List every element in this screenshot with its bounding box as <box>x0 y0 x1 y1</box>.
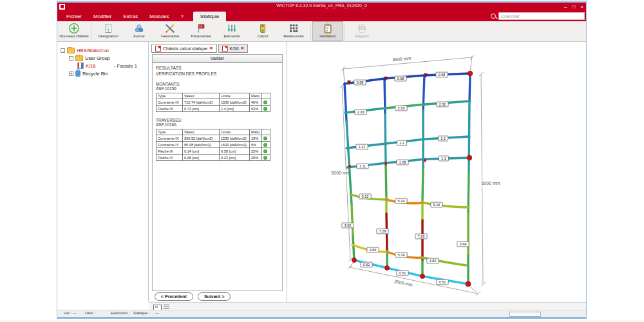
section-profile-ref: ASF.10166 <box>156 122 279 127</box>
parameters-icon <box>195 23 207 34</box>
svg-text:0.68: 0.68 <box>357 80 364 84</box>
dimension-lines <box>340 55 486 296</box>
toolbar-separator <box>345 23 345 40</box>
section-heading: MONTANTS: <box>156 82 279 86</box>
folder-icon <box>75 55 83 61</box>
table-row: Flèche IX0.73 [cm]1.4 [cm]52%✓ <box>156 106 270 112</box>
collapse-icon[interactable]: - <box>61 48 65 53</box>
svg-text:0.68: 0.68 <box>397 77 404 80</box>
svg-text:5.74: 5.74 <box>398 253 405 257</box>
collapse-icon[interactable]: - <box>69 56 73 61</box>
menu-item-fichier[interactable]: Fichier <box>61 12 88 21</box>
menu-item-modifier[interactable]: Modifier <box>88 12 117 21</box>
resources-icon <box>288 23 299 34</box>
table-cell: ✓ <box>262 106 270 112</box>
table-row: Flèche IX0.14 [cm]0.58 [cm]25%✓ <box>156 148 270 155</box>
toolbar-button-resources[interactable]: Ressources <box>278 21 309 41</box>
table-cell: ✓ <box>262 99 270 106</box>
toolbar-button-label: Calcul <box>258 34 269 39</box>
taskbar-edge <box>57 317 586 319</box>
toolbar-button-calculation[interactable]: Calcul <box>247 21 278 41</box>
frame-icon <box>77 62 84 69</box>
list-view-icon[interactable] <box>164 305 169 309</box>
toolbar-button-parameters[interactable]: Paramètres <box>185 21 216 41</box>
results-title: RESULTATS <box>156 66 279 70</box>
toolbar-button-elements[interactable]: Eléments <box>216 21 247 41</box>
svg-text:1.2: 1.2 <box>399 141 404 145</box>
tree-item-hbs-staticcon[interactable]: -HBS/StaticCon <box>57 46 148 54</box>
member-value-label: 2.32 <box>437 102 448 107</box>
calculation-icon <box>257 23 269 34</box>
column-header: Ratio <box>250 93 262 99</box>
status-label: Exécution : <box>111 311 130 315</box>
menu-item-extras[interactable]: Extras <box>117 12 144 21</box>
tab-close-icon[interactable]: ✕ <box>209 46 213 51</box>
close-button[interactable]: × <box>580 3 583 11</box>
toolbar: Nouveau châssisDésignationFormeGéométrie… <box>57 21 586 42</box>
svg-text:2.33: 2.33 <box>357 110 365 114</box>
column-header: Valeur <box>183 93 220 99</box>
frame-viewport[interactable]: 3500 mm 5000 mm 5000 mm 3500 mm <box>288 42 586 302</box>
svg-text:0.52: 0.52 <box>363 263 370 267</box>
member-value-label: 1.08 <box>397 160 408 165</box>
menu-item-statique[interactable]: Statique <box>193 12 226 21</box>
ok-check-icon: ✓ <box>263 107 267 111</box>
svg-text:2.63: 2.63 <box>398 106 405 110</box>
status-bar: Uw :---Usin. :Exécution :Statique :--- <box>57 310 586 317</box>
shape-icon <box>133 23 145 34</box>
menu-items: FichierModifierExtrasModules?Statique <box>57 11 226 21</box>
member-value-label: 3.65 <box>342 223 354 228</box>
folder-icon <box>67 48 75 53</box>
results-table-2: TypeValeurLimiteRatioContrainte IX296.52… <box>156 129 270 161</box>
toolbar-button-label: Eléments <box>223 34 240 39</box>
document-tabs: Châssis calcul statique✕K/16✕ <box>151 44 287 53</box>
column-header: Limite <box>220 129 250 135</box>
table-cell: ✓ <box>262 155 270 161</box>
svg-text:2.32: 2.32 <box>439 102 446 106</box>
menu-item-help[interactable]: ? <box>175 12 189 21</box>
table-cell: 1530 [daN/cm2] <box>220 99 250 106</box>
tab-close-icon[interactable]: ✕ <box>241 46 244 51</box>
results-content: RESULTATS VERIFICATION DES PROFILES MONT… <box>152 62 283 291</box>
member-value-label: 0.68 <box>436 72 448 77</box>
toolbar-button-label: Nouveau châssis <box>59 34 89 39</box>
tree-item-recycle-bin[interactable]: +Recycle Bin <box>57 70 148 77</box>
table-cell: 25% <box>250 148 262 155</box>
search-input[interactable] <box>498 12 585 20</box>
column-header <box>262 93 270 99</box>
table-cell: 1530 [daN/cm2] <box>220 135 250 142</box>
column-header: Ratio <box>250 129 262 135</box>
table-row: Contrainte IY85.98 [daN/cm2]1530 [daN/cm… <box>156 142 270 148</box>
member-value-label: 1.2 <box>397 140 406 146</box>
svg-text:1.21: 1.21 <box>359 145 366 149</box>
tab-k16[interactable]: K/16✕ <box>218 44 248 53</box>
status-value: --- <box>73 311 77 315</box>
dimension-right-label: 5000 mm <box>481 181 500 185</box>
expand-icon[interactable]: + <box>69 71 73 76</box>
minimize-button[interactable]: – <box>564 3 567 11</box>
toolbar-button-shape[interactable]: Forme <box>124 21 155 41</box>
previous-button[interactable]: < Précédent <box>155 292 193 301</box>
table-cell: Contrainte IX <box>156 135 183 142</box>
tree-item-extra-label: - Facade 1 <box>114 63 137 69</box>
table-cell: Flèche IX <box>156 106 183 112</box>
member-value-label: 4.83 <box>427 258 439 263</box>
tab-label: Châssis calcul statique <box>163 46 207 51</box>
results-panel: Châssis calcul statique✕K/16✕ Valider RE… <box>149 42 287 302</box>
menu-item-modules[interactable]: Modules <box>144 12 175 21</box>
toolbar-button-designation[interactable]: Désignation <box>93 21 124 41</box>
tree-item-k16[interactable]: K/16- Facade 1 <box>57 62 148 70</box>
table-cell: 1.4 [cm] <box>220 106 250 112</box>
valider-button[interactable]: Valider <box>152 54 283 62</box>
next-button[interactable]: Suivant > <box>198 292 231 301</box>
toolbar-button-geometry[interactable]: Géométrie <box>155 21 185 41</box>
tree-item-user-group[interactable]: -User Group <box>57 54 148 62</box>
restore-button[interactable]: □ <box>572 3 575 11</box>
toolbar-button-label: Ressources <box>283 34 304 39</box>
toolbar-button-new-frame[interactable]: Nouveau châssis <box>59 21 90 41</box>
svg-text:7.29: 7.29 <box>418 234 425 238</box>
tab-chassis-calcul-statique[interactable]: Châssis calcul statique✕ <box>151 44 217 53</box>
frame-traverses <box>345 73 470 284</box>
toolbar-button-validation[interactable]: Validation <box>312 21 343 41</box>
tree-item-label: Recycle Bin <box>82 71 108 77</box>
